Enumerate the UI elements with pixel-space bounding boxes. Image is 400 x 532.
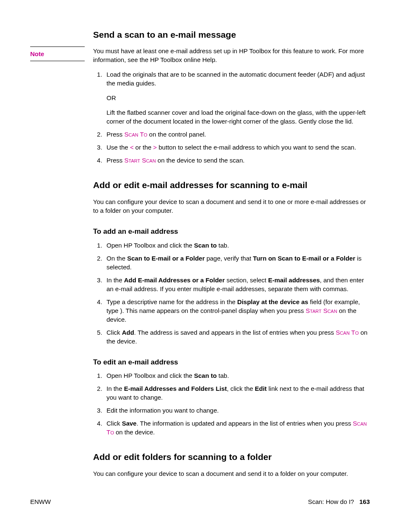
intro-folders: You can configure your device to scan a … bbox=[93, 469, 370, 478]
heading-add-edit-folders: Add or edit folders for scanning to a fo… bbox=[93, 451, 370, 463]
heading-send-scan: Send a scan to an e-mail message bbox=[93, 28, 370, 41]
step-2: Press Scan To on the control panel. bbox=[104, 130, 370, 139]
steps-edit-email: Open HP Toolbox and click the Scan to ta… bbox=[93, 371, 370, 436]
footer-right: Scan: How do I? 163 bbox=[308, 497, 370, 506]
add-step-4: Type a descriptive name for the address … bbox=[104, 297, 370, 324]
start-scan-button-ref: Start Scan bbox=[125, 157, 156, 164]
section-send-scan-email: Send a scan to an e-mail message Note Yo… bbox=[30, 28, 370, 165]
step-4: Press Start Scan on the device to send t… bbox=[104, 156, 370, 165]
scan-to-button-ref: Scan To bbox=[125, 131, 148, 138]
note-label: Note bbox=[30, 46, 85, 61]
scan-to-button-ref: Scan To bbox=[336, 329, 359, 336]
section-add-edit-folders: Add or edit folders for scanning to a fo… bbox=[93, 451, 370, 478]
add-step-5: Click Add. The address is saved and appe… bbox=[104, 328, 370, 346]
steps-add-email: Open HP Toolbox and click the Scan to ta… bbox=[93, 241, 370, 346]
less-than-icon: < bbox=[130, 144, 134, 151]
step-1: Load the originals that are to be scanne… bbox=[104, 70, 370, 126]
page-footer: ENWW Scan: How do I? 163 bbox=[30, 497, 370, 506]
add-step-2: On the Scan to E-mail or a Folder page, … bbox=[104, 254, 370, 271]
note-body: You must have at least one e-mail addres… bbox=[93, 46, 370, 64]
page-number: 163 bbox=[359, 498, 370, 505]
edit-step-1: Open HP Toolbox and click the Scan to ta… bbox=[104, 371, 370, 380]
greater-than-icon: > bbox=[153, 144, 157, 151]
edit-step-2: In the E-mail Addresses and Folders List… bbox=[104, 384, 370, 402]
subheading-edit-email: To edit an e-mail address bbox=[93, 357, 370, 367]
start-scan-button-ref: Start Scan bbox=[306, 307, 337, 314]
add-step-3: In the Add E-mail Addresses or a Folder … bbox=[104, 276, 370, 293]
page: Send a scan to an e-mail message Note Yo… bbox=[0, 0, 400, 532]
edit-step-3: Edit the information you want to change. bbox=[104, 406, 370, 415]
add-step-1: Open HP Toolbox and click the Scan to ta… bbox=[104, 241, 370, 250]
section-add-edit-email: Add or edit e-mail addresses for scannin… bbox=[93, 179, 370, 436]
edit-step-4: Click Save. The information is updated a… bbox=[104, 419, 370, 436]
steps-send-scan: Load the originals that are to be scanne… bbox=[93, 70, 370, 165]
intro-add-edit: You can configure your device to scan a … bbox=[93, 197, 370, 215]
subheading-add-email: To add an e-mail address bbox=[93, 227, 370, 237]
heading-add-edit-email: Add or edit e-mail addresses for scannin… bbox=[93, 179, 370, 191]
step-3: Use the < or the > button to select the … bbox=[104, 143, 370, 152]
footer-left: ENWW bbox=[30, 497, 51, 506]
